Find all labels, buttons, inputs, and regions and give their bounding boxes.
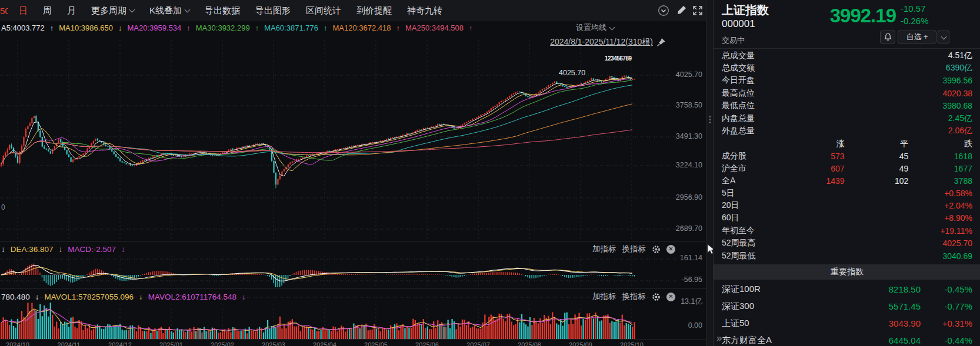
add-indicator-button[interactable]: 加指标 bbox=[592, 291, 616, 302]
vol-arrow: ↓ bbox=[35, 293, 39, 301]
toolbar-item-7[interactable]: 区间统计 bbox=[306, 5, 341, 16]
time-axis-label: 2025/08 bbox=[511, 341, 548, 346]
macd-arrow: ↓ bbox=[121, 245, 125, 254]
add-watchlist-button[interactable]: 自选 + bbox=[898, 31, 936, 43]
index-name: 上证指数 bbox=[722, 2, 769, 18]
time-axis-label: 2024/10 bbox=[0, 341, 36, 346]
toolbar-item-5[interactable]: 导出数据 bbox=[205, 5, 240, 16]
toolbar-item-6[interactable]: 导出图形 bbox=[255, 5, 291, 16]
indicator-axis-label: 161.14 bbox=[653, 254, 702, 262]
stat-value: 3980.68 bbox=[942, 101, 972, 110]
breadth-flat-count: 49 bbox=[845, 164, 909, 173]
left-cut-label: 0 bbox=[1, 203, 5, 211]
add-indicator-button[interactable]: 加指标 bbox=[592, 244, 616, 254]
time-axis-label: 2025/07 bbox=[459, 341, 497, 346]
ma-trend-arrow: ↑ bbox=[186, 23, 191, 32]
time-axis-label: 2025/03 bbox=[255, 341, 292, 346]
date-range-label[interactable]: 2024/8/1-2025/11/12(310根) bbox=[550, 37, 666, 48]
date-range-text[interactable]: 2024/8/1-2025/11/12(310根) bbox=[550, 37, 653, 48]
stat-row: 总成交额6390亿 bbox=[714, 62, 980, 74]
toolbar-item-8[interactable]: 到价提醒 bbox=[356, 5, 392, 16]
collapse-circle-icon[interactable] bbox=[658, 5, 669, 16]
index-row[interactable]: 深证3005571.45-0.77% bbox=[714, 298, 980, 315]
stat-row: 内盘总量2.45亿 bbox=[714, 112, 980, 125]
candlestick-chart[interactable] bbox=[0, 34, 706, 241]
breadth-row: 沪全市607491677 bbox=[714, 162, 980, 174]
chevron-down-icon bbox=[185, 6, 191, 12]
ma-trend-arrow: ↑ bbox=[469, 23, 473, 32]
toolbar-item-label: 区间统计 bbox=[306, 5, 341, 16]
macd-cut-arrow: ↓ bbox=[1, 245, 5, 254]
index-row[interactable]: 上证503043.90+0.31% bbox=[714, 315, 980, 332]
toolbar-item-label: 导出图形 bbox=[255, 5, 291, 16]
breadth-down-count: 1618 bbox=[908, 152, 972, 161]
ma-indicator-row: A5:4003.772↑MA10:3986.650↓MA20:3959.534↑… bbox=[0, 21, 706, 34]
stat-row: 最高点位4020.38 bbox=[714, 87, 980, 99]
quote-panel: 上证指数 000001 交易中 3992.19 -10.57 -0.26% 自选… bbox=[713, 0, 980, 346]
period-row: 年初至今+19.11% bbox=[714, 224, 980, 237]
expand-icon[interactable] bbox=[692, 5, 704, 16]
gear-icon[interactable] bbox=[652, 245, 661, 254]
important-indices-title: 重要指数 bbox=[714, 264, 980, 280]
ma-value: MA30:3932.299 bbox=[196, 23, 250, 32]
mavol2-value: MAVOL2:610711764.548 bbox=[148, 293, 236, 301]
stat-label: 外盘总量 bbox=[722, 126, 755, 136]
breadth-name: 全A bbox=[722, 176, 781, 186]
pin-icon[interactable] bbox=[656, 38, 666, 47]
stat-row: 总成交量4.51亿 bbox=[714, 49, 980, 62]
stat-label: 最高点位 bbox=[722, 88, 755, 99]
index-row[interactable]: 东方财富全A6445.04-0.44% bbox=[714, 332, 980, 346]
ma-value: MA10:3986.650 bbox=[59, 23, 113, 32]
toolbar-item-0[interactable]: 日 bbox=[19, 5, 28, 16]
indicator-axis-label: 0.00 bbox=[653, 321, 702, 330]
stat-value: 3996.56 bbox=[942, 76, 972, 85]
period-value: +2.04% bbox=[944, 201, 972, 210]
breadth-row: 成分股573451618 bbox=[714, 150, 980, 162]
macd-pane[interactable]: ↓ DEA:36.807 ↓ MACD:-2.507 ↓ 加指标 换指标 ✕ bbox=[0, 241, 706, 288]
splitter-handle[interactable]: ••• bbox=[709, 115, 711, 124]
toolbar-item-label: 到价提醒 bbox=[356, 5, 392, 16]
stat-row: 外盘总量2.06亿 bbox=[714, 125, 980, 137]
toolbar-cut-period-button[interactable]: 50 bbox=[0, 6, 8, 16]
breadth-header: 涨 平 跌 bbox=[714, 137, 980, 150]
index-code: 000001 bbox=[722, 18, 755, 30]
toolbar-item-label: 神奇九转 bbox=[407, 5, 442, 16]
breadth-up-count: 1439 bbox=[781, 176, 845, 186]
last-price: 3992.19 bbox=[796, 5, 896, 27]
period-value: 4025.70 bbox=[942, 238, 972, 248]
index-row[interactable]: 深证100R8218.50-0.45% bbox=[714, 281, 980, 298]
price-axis-label: 3491.30 bbox=[653, 132, 702, 140]
ma-value: MA120:3672.418 bbox=[332, 23, 391, 32]
breadth-name: 沪全市 bbox=[722, 163, 781, 174]
stat-value: 4020.38 bbox=[942, 89, 972, 98]
ma-settings-button[interactable]: 设置均线 bbox=[576, 22, 614, 33]
ma-value: MA60:3871.776 bbox=[264, 23, 318, 32]
price-axis-label: 3224.10 bbox=[653, 161, 702, 169]
expand-panel-icon[interactable]: » bbox=[716, 332, 722, 344]
switch-indicator-button[interactable]: 换指标 bbox=[622, 244, 646, 254]
time-axis-label: 2025/04 bbox=[306, 341, 344, 346]
breadth-down-header: 跌 bbox=[908, 139, 972, 149]
stat-label: 内盘总量 bbox=[722, 113, 755, 124]
toolbar-item-1[interactable]: 周 bbox=[43, 5, 52, 16]
close-pane-icon[interactable]: ✕ bbox=[666, 245, 675, 254]
ma-value: A5:4003.772 bbox=[1, 23, 45, 32]
volume-header: 780.480 ↓ MAVOL1:578257055.096 ↓ MAVOL2:… bbox=[0, 290, 706, 303]
volume-pane[interactable]: 780.480 ↓ MAVOL1:578257055.096 ↓ MAVOL2:… bbox=[0, 288, 706, 346]
chart-high-annotation: 4025.70 bbox=[559, 69, 585, 77]
toolbar-item-3[interactable]: 更多周期 bbox=[91, 5, 134, 16]
brush-icon[interactable] bbox=[675, 5, 687, 16]
toolbar-item-9[interactable]: 神奇九转 bbox=[407, 5, 442, 16]
breadth-down-count: 1677 bbox=[908, 164, 972, 173]
ma-settings-label: 设置均线 bbox=[576, 22, 606, 33]
toolbar-item-2[interactable]: 月 bbox=[67, 5, 76, 16]
switch-indicator-button[interactable]: 换指标 bbox=[622, 291, 646, 302]
period-label: 52周最高 bbox=[722, 238, 756, 248]
ma-trend-arrow: ↓ bbox=[118, 23, 122, 32]
toolbar-item-4[interactable]: K线叠加 bbox=[149, 5, 189, 16]
index-value: 3043.90 bbox=[857, 318, 921, 328]
toolbar-items: 日周月更多周期K线叠加导出数据导出图形区间统计到价提醒神奇九转 bbox=[19, 5, 458, 16]
watchlist-dropdown-button[interactable] bbox=[938, 31, 949, 43]
app-window: 50 日周月更多周期K线叠加导出数据导出图形区间统计到价提醒神奇九转 A5:40… bbox=[0, 0, 980, 346]
alert-bell-button[interactable] bbox=[880, 31, 895, 43]
